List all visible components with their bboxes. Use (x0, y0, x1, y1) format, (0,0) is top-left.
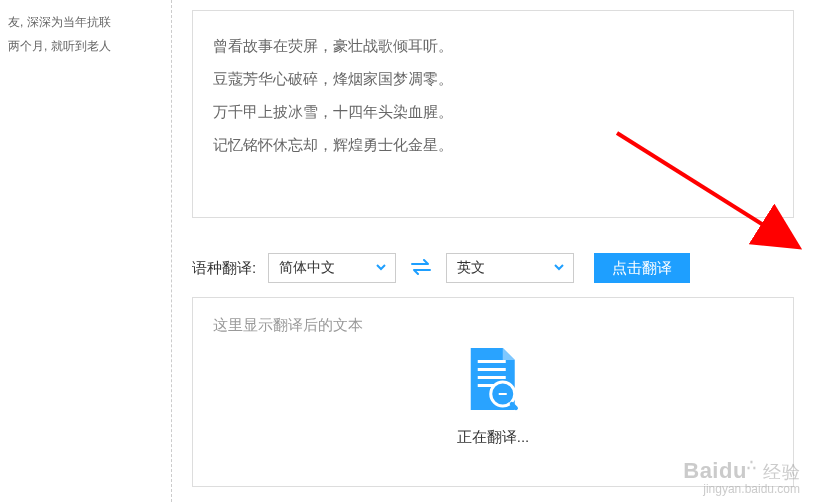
swap-languages-icon[interactable] (408, 257, 434, 280)
translate-button[interactable]: 点击翻译 (594, 253, 690, 283)
source-language-select[interactable]: 简体中文 (268, 253, 396, 283)
source-line: 记忆铭怀休忘却，辉煌勇士化金星。 (213, 128, 773, 161)
svg-rect-2 (478, 376, 506, 379)
sidebar-text-line: 两个月, 就听到老人 (8, 34, 163, 58)
source-line: 豆蔻芳华心破碎，烽烟家国梦凋零。 (213, 62, 773, 95)
source-line: 万千甲上披冰雪，十四年头染血腥。 (213, 95, 773, 128)
svg-rect-0 (478, 360, 506, 363)
source-language-value: 简体中文 (279, 259, 335, 277)
sidebar-text-line: 友, 深深为当年抗联 (8, 10, 163, 34)
sidebar-snippet: 友, 深深为当年抗联 两个月, 就听到老人 (0, 0, 172, 502)
loading-text: 正在翻译... (457, 428, 530, 447)
document-search-icon (463, 346, 523, 416)
loading-indicator: 正在翻译... (457, 346, 530, 447)
source-line: 曾看故事在荧屏，豪壮战歌倾耳听。 (213, 29, 773, 62)
svg-rect-5 (499, 393, 507, 395)
source-text-area[interactable]: 曾看故事在荧屏，豪壮战歌倾耳听。 豆蔻芳华心破碎，烽烟家国梦凋零。 万千甲上披冰… (192, 10, 794, 218)
target-language-select[interactable]: 英文 (446, 253, 574, 283)
chevron-down-icon (553, 261, 565, 276)
chevron-down-icon (375, 261, 387, 276)
output-text-area: 这里显示翻译后的文本 正在翻译... (192, 297, 794, 487)
translation-controls: 语种翻译: 简体中文 英文 点击翻译 (192, 253, 794, 283)
output-placeholder: 这里显示翻译后的文本 (213, 316, 773, 335)
language-label: 语种翻译: (192, 259, 256, 278)
target-language-value: 英文 (457, 259, 485, 277)
svg-rect-1 (478, 368, 506, 371)
